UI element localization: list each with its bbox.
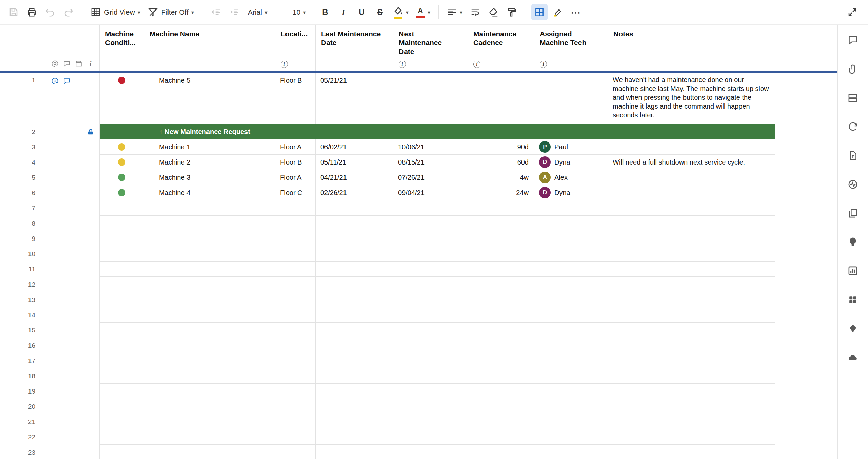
update-requests-panel-button[interactable]: [846, 120, 861, 133]
cell-assigned-machine-tech[interactable]: [534, 292, 608, 307]
cell-condition[interactable]: [100, 292, 144, 307]
column-header-next-maintenance-date[interactable]: Next Maintenance Date i: [393, 25, 468, 71]
cell-location[interactable]: [275, 399, 316, 414]
cell-machine-name[interactable]: [144, 323, 275, 338]
cell-machine-name[interactable]: [144, 200, 275, 216]
charts-button[interactable]: [846, 264, 861, 277]
cell-last-maintenance-date[interactable]: [316, 262, 393, 277]
row-number-cell[interactable]: 2: [0, 124, 100, 139]
cell-next-maintenance-date[interactable]: [393, 353, 468, 368]
cell-location[interactable]: [275, 216, 316, 231]
italic-button[interactable]: I: [335, 4, 352, 20]
undo-button[interactable]: [42, 4, 58, 20]
cell-assigned-machine-tech[interactable]: [534, 216, 608, 231]
cell-assigned-machine-tech[interactable]: [534, 277, 608, 292]
row-number-cell[interactable]: 19: [0, 384, 100, 399]
cell-condition[interactable]: [100, 73, 144, 124]
align-button[interactable]: ▾: [444, 4, 465, 20]
cell-next-maintenance-date[interactable]: [393, 277, 468, 292]
font-family-select[interactable]: Arial ▾: [244, 4, 287, 20]
cell-last-maintenance-date[interactable]: [316, 384, 393, 399]
cell-maintenance-cadence[interactable]: [468, 399, 534, 414]
cell-machine-name[interactable]: [144, 292, 275, 307]
cell-next-maintenance-date[interactable]: [393, 429, 468, 445]
row-number[interactable]: 18: [0, 372, 35, 380]
cell-next-maintenance-date[interactable]: [393, 73, 468, 124]
cell-last-maintenance-date[interactable]: [316, 277, 393, 292]
cell-maintenance-cadence[interactable]: [468, 429, 534, 445]
cell-machine-name[interactable]: [144, 399, 275, 414]
row-attachment-icon[interactable]: [49, 77, 61, 85]
cell-maintenance-cadence[interactable]: 60d: [468, 155, 534, 170]
cell-machine-name[interactable]: Machine 5: [144, 73, 275, 124]
cell-condition[interactable]: [100, 200, 144, 216]
bold-button[interactable]: B: [317, 4, 333, 20]
cell-notes[interactable]: [608, 170, 775, 185]
row-number-cell[interactable]: 11: [0, 262, 100, 277]
row-comment-icon[interactable]: [61, 77, 73, 85]
cell-location[interactable]: [275, 353, 316, 368]
cell-last-maintenance-date[interactable]: [316, 429, 393, 445]
cell-condition[interactable]: [100, 231, 144, 246]
cell-assigned-machine-tech[interactable]: AAlex: [534, 170, 608, 185]
row-number[interactable]: 12: [0, 281, 35, 288]
cell-assigned-machine-tech[interactable]: [534, 262, 608, 277]
row-number[interactable]: 19: [0, 388, 35, 395]
cell-last-maintenance-date[interactable]: [316, 323, 393, 338]
cell-notes[interactable]: [608, 200, 775, 216]
row-number-cell[interactable]: 20: [0, 399, 100, 414]
cell-next-maintenance-date[interactable]: [393, 246, 468, 262]
cell-last-maintenance-date[interactable]: [316, 200, 393, 216]
cell-assigned-machine-tech[interactable]: [534, 73, 608, 124]
cell-last-maintenance-date[interactable]: [316, 368, 393, 384]
cell-location[interactable]: Floor B: [275, 73, 316, 124]
cell-assigned-machine-tech[interactable]: [534, 200, 608, 216]
cell-next-maintenance-date[interactable]: [393, 399, 468, 414]
column-header-last-maintenance-date[interactable]: Last Maintenance Date: [316, 25, 393, 71]
cell-condition[interactable]: [100, 185, 144, 200]
cell-notes[interactable]: [608, 246, 775, 262]
cell-location[interactable]: Floor A: [275, 170, 316, 185]
cell-notes[interactable]: [608, 216, 775, 231]
row-number[interactable]: 8: [0, 220, 35, 227]
wrap-text-button[interactable]: [467, 4, 484, 20]
cell-last-maintenance-date[interactable]: 05/21/21: [316, 73, 393, 124]
row-number-cell[interactable]: 14: [0, 307, 100, 323]
column-header-machine-condition[interactable]: Machine Conditi...: [100, 25, 144, 71]
cell-next-maintenance-date[interactable]: [393, 231, 468, 246]
strikethrough-button[interactable]: S: [372, 4, 388, 20]
cell-last-maintenance-date[interactable]: [316, 445, 393, 459]
cell-notes[interactable]: [608, 353, 775, 368]
cell-condition[interactable]: [100, 384, 144, 399]
cell-assigned-machine-tech[interactable]: PPaul: [534, 139, 608, 155]
fill-color-button[interactable]: ▾: [390, 4, 411, 20]
cell-condition[interactable]: [100, 155, 144, 170]
cell-notes[interactable]: [608, 262, 775, 277]
highlight-button[interactable]: [550, 4, 566, 20]
row-number-cell[interactable]: 23: [0, 445, 100, 459]
row-number-cell[interactable]: 9: [0, 231, 100, 246]
cell-maintenance-cadence[interactable]: [468, 323, 534, 338]
row-number[interactable]: 10: [0, 250, 35, 258]
row-number[interactable]: 13: [0, 296, 35, 304]
row-number[interactable]: 5: [0, 174, 35, 181]
cell-notes[interactable]: [608, 399, 775, 414]
cell-maintenance-cadence[interactable]: [468, 73, 534, 124]
cell-location[interactable]: [275, 200, 316, 216]
cell-next-maintenance-date[interactable]: [393, 307, 468, 323]
cell-assigned-machine-tech[interactable]: [534, 399, 608, 414]
row-number-cell[interactable]: 16: [0, 338, 100, 353]
cell-last-maintenance-date[interactable]: 05/11/21: [316, 155, 393, 170]
cell-maintenance-cadence[interactable]: 4w: [468, 170, 534, 185]
cell-location[interactable]: [275, 338, 316, 353]
cell-assigned-machine-tech[interactable]: [534, 384, 608, 399]
more-button[interactable]: ⋯: [568, 4, 584, 20]
cell-next-maintenance-date[interactable]: [393, 414, 468, 429]
row-number-cell[interactable]: 4: [0, 155, 100, 170]
info-column-icon[interactable]: i: [84, 59, 96, 68]
cell-machine-name[interactable]: [144, 216, 275, 231]
cell-notes[interactable]: [608, 292, 775, 307]
cell-next-maintenance-date[interactable]: [393, 200, 468, 216]
cell-condition[interactable]: [100, 399, 144, 414]
row-number-cell[interactable]: 15: [0, 323, 100, 338]
